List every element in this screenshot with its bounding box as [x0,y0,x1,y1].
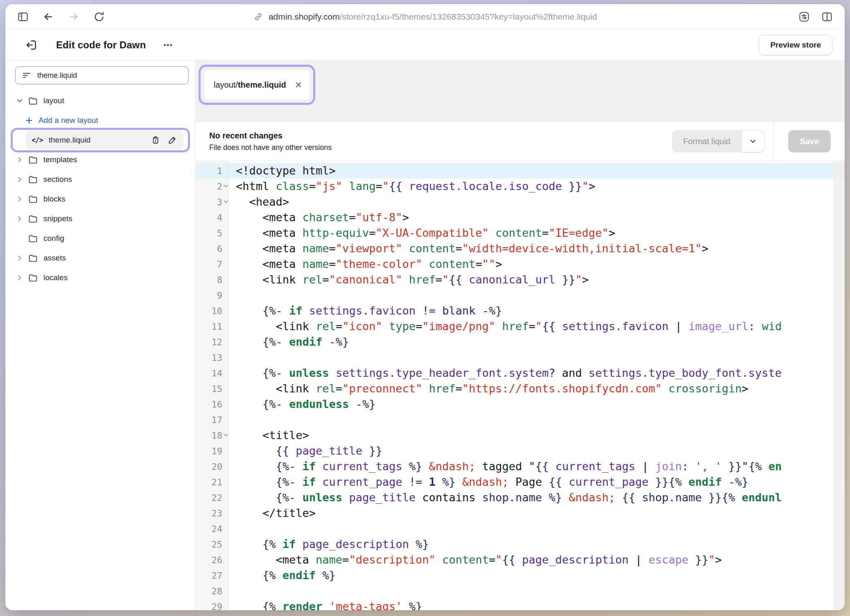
fold-toggle-icon[interactable] [223,200,228,204]
code-line[interactable]: {%- if current_page != 1 %} &ndash; Page… [228,474,845,490]
preview-store-button[interactable]: Preview store [759,35,832,55]
code-lines[interactable]: <!doctype html><html class="js" lang="{{… [228,161,845,610]
more-menu-icon[interactable] [162,39,174,51]
chevron-right-icon[interactable] [15,176,24,183]
line-number[interactable]: 12 [196,334,228,350]
tab-theme-liquid[interactable]: layout/theme.liquid [204,70,310,100]
format-options-dropdown[interactable] [741,130,764,152]
line-number[interactable]: 9 [196,288,228,303]
code-line[interactable] [228,288,845,303]
tree-folder-config[interactable]: config [15,229,189,248]
line-number[interactable]: 23 [196,505,228,521]
save-button[interactable]: Save [788,130,831,152]
code-line[interactable]: {% render 'meta-tags' %} [228,599,845,610]
fold-toggle-icon[interactable] [223,184,228,188]
line-number[interactable]: 8 [196,272,228,288]
tree-folder-layout[interactable]: layout [15,91,189,111]
line-number[interactable]: 15 [196,381,228,396]
line-number[interactable]: 13 [196,350,228,365]
line-number[interactable]: 7 [196,256,228,272]
close-icon[interactable] [294,81,303,89]
code-line[interactable]: {{ page_title }} [228,443,845,459]
exit-icon[interactable] [23,37,39,53]
format-liquid-button[interactable]: Format liquid [672,130,741,152]
chevron-down-icon[interactable] [15,97,24,104]
tree-folder-blocks[interactable]: blocks [15,189,189,209]
tree-folder-templates[interactable]: templates [15,150,189,170]
code-line[interactable]: {% endif %} [228,568,845,583]
line-number[interactable]: 27 [196,568,228,583]
line-number[interactable]: 5 [196,225,228,241]
code-line[interactable] [228,350,845,365]
code-line[interactable]: {%- if settings.favicon != blank -%} [228,303,845,319]
tree-folder-sections[interactable]: sections [15,170,189,189]
line-number[interactable]: 29 [196,599,228,610]
delete-icon[interactable] [151,135,161,145]
code-line[interactable] [228,412,845,428]
line-number[interactable]: 10 [196,303,228,319]
code-line[interactable]: {% if page_description %} [228,537,845,552]
code-line[interactable]: <meta http-equiv="X-UA-Compatible" conte… [228,225,845,241]
code-editor[interactable]: 1234567891011121314151617181920212223242… [196,161,845,610]
code-line[interactable]: <title> [228,428,845,443]
editor-scrollbar[interactable] [833,161,845,610]
chevron-right-icon[interactable] [15,196,24,202]
chevron-right-icon[interactable] [15,215,24,222]
code-line[interactable]: {%- unless settings.type_header_font.sys… [228,365,845,381]
line-number[interactable]: 18 [196,428,228,443]
code-line[interactable] [228,521,845,537]
line-number[interactable]: 3 [196,194,228,210]
line-number[interactable]: 26 [196,552,228,568]
reload-icon[interactable] [92,10,106,24]
code-line[interactable]: <meta name="viewport" content="width=dev… [228,241,845,256]
address-bar[interactable]: admin.shopify.com/store/rzq1xu-f5/themes… [253,11,597,22]
line-number[interactable]: 25 [196,537,228,552]
code-line[interactable]: </title> [228,505,845,521]
code-line[interactable]: <meta name="description" content="{{ pag… [228,552,845,568]
line-number[interactable]: 21 [196,474,228,490]
line-number[interactable]: 4 [196,210,228,225]
line-number[interactable]: 1 [196,163,228,179]
code-line[interactable]: {%- unless page_title contains shop.name… [228,490,845,505]
tree-folder-assets[interactable]: assets [15,248,189,268]
chevron-right-icon[interactable] [15,156,24,163]
line-number[interactable]: 11 [196,319,228,334]
code-line[interactable]: <link rel="preconnect" href="https://fon… [228,381,845,396]
code-line[interactable]: {%- if current_tags %} &ndash; tagged "{… [228,459,845,474]
tree-folder-snippets[interactable]: snippets [15,209,189,229]
line-number[interactable]: 16 [196,396,228,412]
sidebar-toggle-icon[interactable] [16,10,30,24]
line-number[interactable]: 17 [196,412,228,428]
line-number[interactable]: 6 [196,241,228,256]
line-number[interactable]: 2 [196,179,228,194]
tree-file-theme-liquid[interactable]: </> theme.liquid [15,130,189,150]
code-line[interactable]: {%- endif -%} [228,334,845,350]
file-search-input[interactable]: theme.liquid [15,66,189,84]
code-line[interactable]: <meta name="theme-color" content=""> [228,256,845,272]
toolbar-divider [773,122,773,161]
code-line[interactable]: <head> [228,194,845,210]
line-number[interactable]: 28 [196,583,228,599]
add-new-layout-action[interactable]: Add a new layout [15,111,189,130]
line-number[interactable]: 22 [196,490,228,505]
fold-toggle-icon[interactable] [223,433,228,437]
line-number[interactable]: 24 [196,521,228,537]
chevron-right-icon[interactable] [15,274,24,281]
line-number[interactable]: 14 [196,365,228,381]
code-line[interactable] [228,583,845,599]
code-line[interactable]: <link rel="icon" type="image/png" href="… [228,319,845,334]
rename-icon[interactable] [167,135,177,145]
code-line[interactable]: <meta charset="utf-8"> [228,210,845,225]
chevron-right-icon[interactable] [15,255,24,261]
page-settings-icon[interactable] [797,10,811,24]
code-line[interactable]: {%- endunless -%} [228,396,845,412]
split-view-icon[interactable] [820,10,834,24]
back-icon[interactable] [41,10,55,24]
code-line[interactable]: <html class="js" lang="{{ request.locale… [228,179,845,194]
code-line[interactable]: <!doctype html> [228,163,845,179]
code-line[interactable]: <link rel="canonical" href="{{ canonical… [228,272,845,288]
line-number[interactable]: 20 [196,459,228,474]
line-number[interactable]: 19 [196,443,228,459]
forward-icon[interactable] [67,10,81,24]
tree-folder-locales[interactable]: locales [15,268,189,288]
